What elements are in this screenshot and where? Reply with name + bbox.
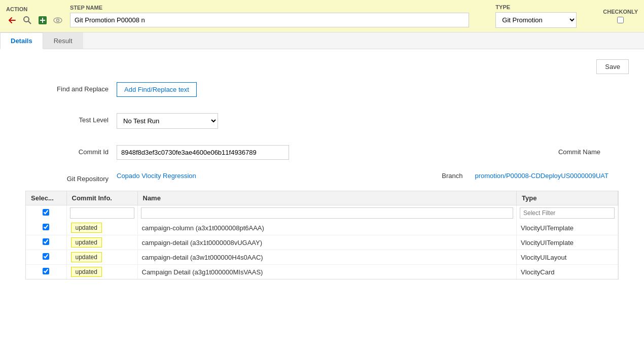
updated-badge: updated [71, 252, 102, 262]
data-table: Selec... Commit Info. Name Type [26, 191, 618, 279]
type-label: TYPE [495, 4, 577, 10]
filter-commit-info [66, 205, 137, 221]
back-icon[interactable] [6, 14, 18, 26]
test-level-select[interactable]: No Test Run RunLocalTests RunAllTestsInO… [117, 113, 218, 129]
test-level-label: Test Level [25, 113, 117, 124]
save-button[interactable]: Save [596, 59, 629, 74]
row-name: Campaign Detail (a3g1t000000MIsVAAS) [137, 265, 517, 279]
git-repo-row: Git Repository Copado Vlocity Regression… [15, 172, 629, 183]
th-type: Type [517, 191, 618, 205]
row-type: VlocityUITemplate [517, 221, 618, 235]
filter-name [137, 205, 517, 221]
updated-badge: updated [71, 267, 102, 277]
git-repo-label: Git Repository [25, 172, 117, 183]
updated-badge: updated [71, 237, 102, 248]
commit-row: Commit Id Commit Name [15, 145, 629, 160]
select-all-checkbox[interactable] [43, 209, 49, 216]
row-name: campaign-column (a3x1t0000008pt6AAA) [137, 221, 517, 235]
commit-name-half: Commit Name [317, 145, 619, 156]
svg-point-6 [57, 19, 59, 21]
table-header-row: Selec... Commit Info. Name Type [26, 191, 618, 205]
branch-half: Branch promotion/P00008-CDDeployUS000000… [317, 172, 619, 180]
row-commit-info: updated [66, 235, 137, 250]
th-commit-info: Commit Info. [66, 191, 137, 205]
table-body: updatedcampaign-column (a3x1t0000008pt6A… [26, 221, 618, 279]
name-filter-input[interactable] [141, 207, 514, 219]
table-row: updatedCampaign Detail (a3g1t000000MIsVA… [26, 265, 618, 279]
commit-id-input[interactable] [117, 145, 289, 160]
row-checkbox-cell [26, 221, 66, 235]
row-checkbox-cell [26, 265, 66, 279]
action-icons [6, 14, 64, 26]
commit-id-label: Commit Id [25, 145, 117, 156]
save-btn-row: Save [15, 59, 629, 74]
tab-result[interactable]: Result [43, 32, 83, 49]
row-checkbox[interactable] [43, 268, 49, 274]
git-repo-value: Copado Vlocity Regression [117, 172, 317, 180]
filter-checkbox-cell [26, 205, 66, 221]
row-type: VlocityUILayout [517, 250, 618, 265]
add-icon[interactable] [37, 14, 49, 26]
type-section: TYPE Git Promotion [495, 4, 577, 28]
row-type: VlocityCard [517, 265, 618, 279]
th-name: Name [137, 191, 517, 205]
add-find-replace-button[interactable]: Add Find/Replace text [117, 82, 197, 97]
filter-type [517, 205, 618, 221]
action-label: ACTION [6, 6, 64, 12]
checkonly-label: CHECKONLY [603, 9, 638, 15]
tabs-bar: Details Result [0, 32, 644, 49]
step-name-label: STEP NAME [70, 5, 469, 11]
type-select[interactable]: Git Promotion [495, 12, 577, 28]
branch-label: Branch [379, 172, 471, 180]
row-checkbox[interactable] [43, 238, 49, 245]
test-level-value: No Test Run RunLocalTests RunAllTestsInO… [117, 113, 619, 129]
filter-row [26, 205, 618, 221]
th-select: Selec... [26, 191, 66, 205]
action-section: ACTION [6, 6, 64, 26]
find-replace-label: Find and Replace [25, 82, 117, 93]
git-repo-link[interactable]: Copado Vlocity Regression [117, 172, 196, 180]
preview-icon[interactable] [52, 14, 64, 26]
step-name-section: STEP NAME [70, 5, 469, 27]
row-name: campaign-detail (a3w1t000000H4s0AAC) [137, 250, 517, 265]
checkonly-checkbox[interactable] [617, 17, 624, 23]
commit-info-filter-input[interactable] [70, 207, 134, 219]
table-row: updatedcampaign-column (a3x1t0000008pt6A… [26, 221, 618, 235]
step-name-input[interactable] [70, 13, 469, 27]
tab-details[interactable]: Details [0, 32, 43, 49]
row-type: VlocityUITemplate [517, 235, 618, 250]
checkonly-section: CHECKONLY [603, 9, 638, 23]
table-row: updatedcampaign-detail (a3w1t000000H4s0A… [26, 250, 618, 265]
data-table-wrapper: Selec... Commit Info. Name Type [25, 191, 619, 279]
svg-point-5 [54, 18, 62, 23]
row-commit-info: updated [66, 221, 137, 235]
row-checkbox-cell [26, 235, 66, 250]
content-area: Save Find and Replace Add Find/Replace t… [0, 49, 644, 290]
header-bar: ACTION [0, 0, 644, 32]
row-checkbox[interactable] [43, 224, 49, 230]
type-filter-input[interactable] [520, 207, 615, 219]
branch-link[interactable]: promotion/P00008-CDDeployUS0000009UAT [475, 172, 609, 180]
commit-name-label: Commit Name [517, 145, 609, 156]
row-checkbox-cell [26, 250, 66, 265]
find-replace-row: Find and Replace Add Find/Replace text [15, 82, 629, 97]
git-repo-half: Git Repository Copado Vlocity Regression [25, 172, 317, 183]
row-name: campaign-detail (a3x1t0000008vUGAAY) [137, 235, 517, 250]
row-commit-info: updated [66, 250, 137, 265]
svg-point-0 [24, 17, 29, 22]
commit-id-half: Commit Id [25, 145, 317, 160]
commit-id-value [117, 145, 317, 160]
search-icon[interactable] [21, 14, 33, 26]
find-replace-value: Add Find/Replace text [117, 82, 619, 97]
row-commit-info: updated [66, 265, 137, 279]
svg-line-1 [28, 21, 31, 24]
test-level-row: Test Level No Test Run RunLocalTests Run… [15, 113, 629, 129]
table-row: updatedcampaign-detail (a3x1t0000008vUGA… [26, 235, 618, 250]
updated-badge: updated [71, 223, 102, 233]
row-checkbox[interactable] [43, 253, 49, 260]
